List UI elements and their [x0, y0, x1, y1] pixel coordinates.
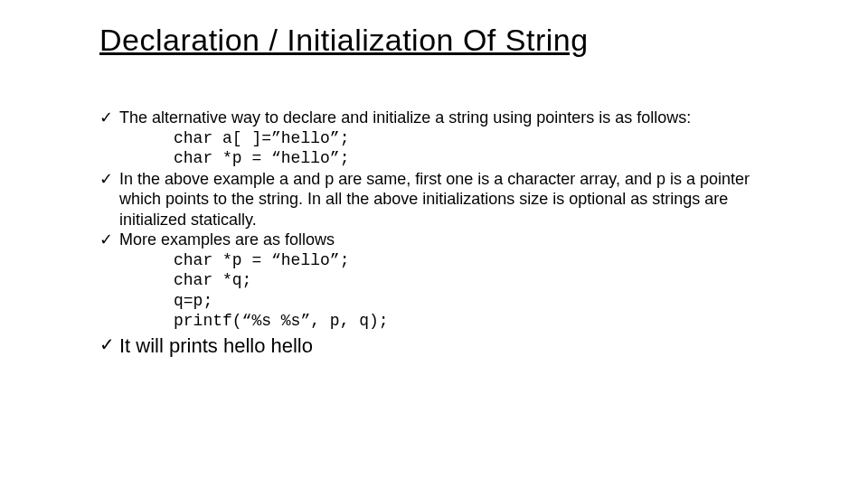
slide-title: Declaration / Initialization Of String	[99, 23, 787, 58]
code-line: char *p = “hello”;	[174, 148, 787, 169]
bullet-text: It will prints hello hello	[119, 333, 313, 359]
code-line: char *p = “hello”;	[174, 250, 787, 271]
bullet-text: More examples are as follows	[119, 230, 335, 250]
code-line: char a[ ]=”hello”;	[174, 128, 787, 149]
code-line: char *q;	[174, 270, 787, 291]
bullet-item: ✓ More examples are as follows	[99, 230, 787, 250]
bullet-text: The alternative way to declare and initi…	[119, 108, 691, 128]
check-icon: ✓	[99, 333, 119, 356]
slide: Declaration / Initialization Of String ✓…	[0, 0, 868, 376]
bullet-text: In the above example a and p are same, f…	[119, 169, 787, 230]
bullet-item: ✓ In the above example a and p are same,…	[99, 169, 787, 230]
code-line: q=p;	[174, 291, 787, 312]
check-icon: ✓	[99, 108, 119, 128]
bullet-item: ✓ The alternative way to declare and ini…	[99, 108, 787, 128]
bullet-item: ✓ It will prints hello hello	[99, 333, 787, 359]
check-icon: ✓	[99, 169, 119, 190]
code-line: printf(“%s %s”, p, q);	[174, 311, 787, 332]
check-icon: ✓	[99, 230, 119, 250]
